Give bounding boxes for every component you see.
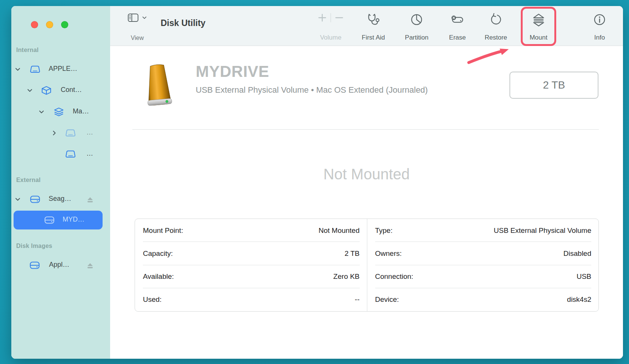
info-icon bbox=[593, 13, 606, 26]
remove-volume-icon[interactable] bbox=[334, 13, 344, 23]
divider bbox=[331, 13, 331, 22]
disk-icon bbox=[65, 148, 76, 160]
sidebar-item-apple-disk[interactable]: APPLE… bbox=[11, 62, 110, 77]
disk-utility-window: Internal APPLE… Cont… Ma… … bbox=[11, 6, 623, 359]
erase-icon bbox=[450, 13, 465, 26]
detail-value: Not Mounted bbox=[319, 226, 360, 235]
drive-subtitle: USB External Physical Volume • Mac OS Ex… bbox=[196, 85, 428, 95]
sidebar-section-external: External bbox=[16, 177, 41, 184]
detail-label: Capacity: bbox=[143, 249, 173, 258]
window-title: Disk Utility bbox=[161, 18, 206, 28]
mount-button[interactable]: Mount bbox=[529, 13, 547, 41]
detail-label: Used: bbox=[143, 295, 162, 304]
table-row: Capacity: 2 TB bbox=[135, 242, 367, 265]
detail-label: Device: bbox=[375, 295, 399, 304]
eject-icon[interactable] bbox=[86, 196, 94, 204]
sidebar-item-macintosh-volumes[interactable]: Ma… bbox=[11, 104, 110, 119]
chevron-down-icon[interactable] bbox=[15, 66, 21, 72]
container-icon bbox=[41, 85, 52, 96]
first-aid-icon bbox=[367, 13, 380, 26]
erase-button[interactable]: Erase bbox=[449, 13, 466, 41]
internal-disk-icon bbox=[29, 64, 41, 75]
details-column-left: Mount Point: Not Mounted Capacity: 2 TB … bbox=[135, 219, 367, 311]
sidebar-toggle-icon bbox=[127, 13, 139, 23]
mount-icon bbox=[532, 13, 545, 26]
add-volume-icon[interactable] bbox=[318, 13, 327, 23]
toolbar-button-label: Restore bbox=[485, 34, 507, 41]
mount-status-text: Not Mounted bbox=[110, 166, 623, 183]
detail-label: Type: bbox=[375, 226, 393, 235]
partition-button[interactable]: Partition bbox=[405, 13, 428, 41]
sidebar-item-volume[interactable]: … bbox=[11, 147, 110, 162]
partition-icon bbox=[410, 13, 423, 26]
volume-group-icon bbox=[53, 106, 64, 118]
toolbar-button-label: Partition bbox=[405, 34, 428, 41]
external-disk-icon bbox=[29, 260, 40, 271]
detail-label: Mount Point: bbox=[143, 226, 183, 235]
restore-button[interactable]: Restore bbox=[485, 13, 507, 41]
detail-value: Zero KB bbox=[333, 272, 360, 281]
table-row: Used: -- bbox=[135, 288, 367, 311]
first-aid-button[interactable]: First Aid bbox=[362, 13, 385, 41]
detail-value: USB bbox=[577, 272, 591, 281]
info-button[interactable]: Info bbox=[593, 13, 606, 41]
minimize-window-button[interactable] bbox=[46, 21, 53, 28]
toolbar-button-label: Erase bbox=[449, 34, 466, 41]
table-row: Available: Zero KB bbox=[135, 265, 367, 288]
sidebar-section-internal: Internal bbox=[16, 47, 38, 54]
sidebar-item-label: … bbox=[86, 150, 93, 158]
chevron-down-icon bbox=[142, 15, 147, 20]
sidebar-item-label: Appl… bbox=[49, 261, 69, 269]
table-row: Owners: Disabled bbox=[367, 242, 599, 265]
sidebar-item-mydrive-selected[interactable]: MYD… bbox=[14, 211, 103, 229]
view-label: View bbox=[131, 35, 144, 41]
sidebar-item-label: Seag… bbox=[49, 195, 71, 203]
volume-button[interactable]: Volume bbox=[318, 13, 344, 41]
drive-size-badge: 2 TB bbox=[509, 72, 598, 99]
chevron-down-icon[interactable] bbox=[15, 196, 21, 202]
detail-value: USB External Physical Volume bbox=[494, 226, 591, 235]
sidebar-item-label: MYD… bbox=[63, 216, 84, 223]
toolbar-button-label: First Aid bbox=[362, 34, 385, 41]
detail-value: disk4s2 bbox=[567, 295, 591, 304]
eject-icon[interactable] bbox=[86, 262, 94, 270]
sidebar-item-apple-image[interactable]: Appl… bbox=[11, 258, 110, 273]
restore-icon bbox=[489, 13, 503, 26]
details-column-right: Type: USB External Physical Volume Owner… bbox=[367, 219, 599, 311]
external-disk-icon bbox=[29, 194, 41, 205]
sidebar-item-label: … bbox=[86, 128, 93, 136]
table-row: Mount Point: Not Mounted bbox=[135, 219, 367, 242]
main-content: MYDRIVE USB External Physical Volume • M… bbox=[110, 46, 623, 359]
chevron-down-icon[interactable] bbox=[38, 109, 44, 115]
sidebar-item-label: Cont… bbox=[61, 86, 82, 94]
view-button[interactable]: View bbox=[127, 13, 147, 41]
sidebar-item-seagate-disk[interactable]: Seag… bbox=[11, 192, 110, 207]
toolbar-button-label: Info bbox=[594, 34, 605, 41]
table-row: Connection: USB bbox=[367, 265, 599, 288]
chevron-right-icon[interactable] bbox=[51, 130, 57, 136]
detail-label: Connection: bbox=[375, 272, 413, 281]
external-disk-icon bbox=[44, 214, 55, 226]
sidebar-item-label: Ma… bbox=[73, 107, 89, 115]
table-row: Device: disk4s2 bbox=[367, 288, 599, 311]
sidebar: Internal APPLE… Cont… Ma… … bbox=[11, 6, 110, 359]
close-window-button[interactable] bbox=[31, 21, 38, 28]
sidebar-item-container[interactable]: Cont… bbox=[11, 83, 110, 98]
desktop-background: Internal APPLE… Cont… Ma… … bbox=[0, 0, 629, 364]
drive-name: MYDRIVE bbox=[196, 63, 269, 81]
disk-icon bbox=[65, 127, 76, 139]
detail-label: Owners: bbox=[375, 249, 402, 258]
toolbar: View Disk Utility Volume First Aid bbox=[110, 6, 623, 46]
zoom-window-button[interactable] bbox=[61, 21, 68, 28]
details-table: Mount Point: Not Mounted Capacity: 2 TB … bbox=[135, 219, 599, 312]
sidebar-item-volume-faded[interactable]: … bbox=[11, 125, 110, 141]
external-drive-image bbox=[140, 63, 178, 110]
sidebar-section-disk-images: Disk Images bbox=[16, 243, 52, 249]
chevron-down-icon[interactable] bbox=[27, 87, 33, 93]
toolbar-button-label: Volume bbox=[320, 34, 342, 41]
sidebar-item-label: APPLE… bbox=[49, 65, 77, 73]
divider bbox=[132, 129, 599, 130]
detail-value: 2 TB bbox=[345, 249, 360, 258]
detail-value: Disabled bbox=[563, 249, 591, 258]
toolbar-button-label: Mount bbox=[529, 34, 547, 41]
